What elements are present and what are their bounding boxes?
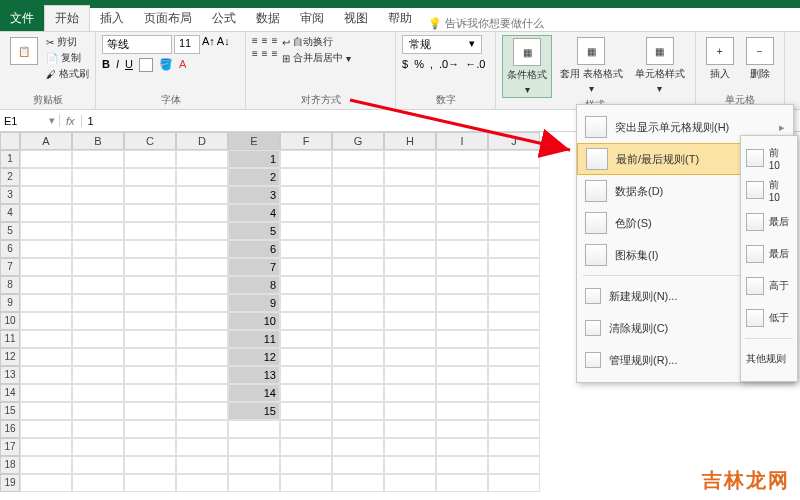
cell[interactable]: [176, 312, 228, 330]
cell[interactable]: [332, 258, 384, 276]
cell[interactable]: [20, 366, 72, 384]
cell[interactable]: [176, 438, 228, 456]
col-header[interactable]: H: [384, 132, 436, 150]
row-header[interactable]: 15: [0, 402, 20, 420]
cell[interactable]: [436, 402, 488, 420]
cell[interactable]: [124, 402, 176, 420]
cell[interactable]: [20, 150, 72, 168]
row-header[interactable]: 12: [0, 348, 20, 366]
cell[interactable]: [124, 186, 176, 204]
cell[interactable]: [280, 150, 332, 168]
cell[interactable]: [280, 258, 332, 276]
dec-decimal-icon[interactable]: ←.0: [465, 58, 485, 70]
cell[interactable]: [72, 366, 124, 384]
cell[interactable]: [20, 186, 72, 204]
cell[interactable]: [176, 456, 228, 474]
cell[interactable]: [124, 240, 176, 258]
cell[interactable]: [332, 366, 384, 384]
row-header[interactable]: 8: [0, 276, 20, 294]
conditional-format-button[interactable]: ▦条件格式▾: [502, 35, 552, 98]
cell[interactable]: [72, 294, 124, 312]
col-header[interactable]: J: [488, 132, 540, 150]
cell[interactable]: [124, 276, 176, 294]
cell[interactable]: [384, 168, 436, 186]
cell[interactable]: [72, 258, 124, 276]
cell[interactable]: [124, 384, 176, 402]
cell[interactable]: [20, 240, 72, 258]
col-header[interactable]: F: [280, 132, 332, 150]
cell[interactable]: [332, 168, 384, 186]
cell[interactable]: [488, 150, 540, 168]
cell[interactable]: [228, 420, 280, 438]
cell[interactable]: [280, 474, 332, 492]
cell[interactable]: [436, 312, 488, 330]
cell[interactable]: [176, 402, 228, 420]
row-header[interactable]: 10: [0, 312, 20, 330]
cell[interactable]: [488, 402, 540, 420]
cell[interactable]: 2: [228, 168, 280, 186]
percent-icon[interactable]: %: [414, 58, 424, 70]
currency-icon[interactable]: $: [402, 58, 408, 70]
cell[interactable]: [124, 330, 176, 348]
italic-button[interactable]: I: [116, 58, 119, 72]
cell[interactable]: [20, 294, 72, 312]
submenu-above-avg[interactable]: 高于: [741, 270, 797, 302]
cell[interactable]: [72, 402, 124, 420]
cell[interactable]: 7: [228, 258, 280, 276]
align-mid-icon[interactable]: ≡: [262, 35, 268, 46]
cell[interactable]: [280, 294, 332, 312]
cell[interactable]: [488, 276, 540, 294]
border-icon[interactable]: [139, 58, 153, 72]
cell[interactable]: [124, 348, 176, 366]
cell[interactable]: [124, 204, 176, 222]
cell[interactable]: [436, 204, 488, 222]
cell[interactable]: [384, 438, 436, 456]
col-header[interactable]: I: [436, 132, 488, 150]
cell[interactable]: [124, 366, 176, 384]
cell[interactable]: [72, 312, 124, 330]
tab-insert[interactable]: 插入: [90, 6, 134, 31]
cell[interactable]: [124, 150, 176, 168]
delete-cells-button[interactable]: −删除: [742, 35, 778, 83]
number-format-select[interactable]: 常规▾: [402, 35, 482, 54]
row-header[interactable]: 17: [0, 438, 20, 456]
bold-button[interactable]: B: [102, 58, 110, 72]
cell[interactable]: [72, 456, 124, 474]
cell[interactable]: [488, 348, 540, 366]
cell-styles-button[interactable]: ▦单元格样式▾: [631, 35, 689, 96]
cell[interactable]: [488, 222, 540, 240]
cell[interactable]: 10: [228, 312, 280, 330]
cell[interactable]: [384, 204, 436, 222]
cell[interactable]: [384, 240, 436, 258]
row-header[interactable]: 13: [0, 366, 20, 384]
tab-view[interactable]: 视图: [334, 6, 378, 31]
cell[interactable]: [176, 276, 228, 294]
cell[interactable]: 14: [228, 384, 280, 402]
cell[interactable]: [72, 474, 124, 492]
row-header[interactable]: 11: [0, 330, 20, 348]
cell[interactable]: [72, 186, 124, 204]
row-header[interactable]: 1: [0, 150, 20, 168]
col-header[interactable]: E: [228, 132, 280, 150]
cell[interactable]: [280, 366, 332, 384]
cell[interactable]: [332, 348, 384, 366]
cell[interactable]: [436, 474, 488, 492]
cell[interactable]: [72, 240, 124, 258]
tab-review[interactable]: 审阅: [290, 6, 334, 31]
cell[interactable]: [384, 474, 436, 492]
cell[interactable]: [488, 384, 540, 402]
format-as-table-button[interactable]: ▦套用 表格格式▾: [556, 35, 627, 96]
cell[interactable]: [72, 276, 124, 294]
cell[interactable]: [176, 240, 228, 258]
cell[interactable]: [176, 366, 228, 384]
font-color-icon[interactable]: A: [179, 58, 186, 72]
cell[interactable]: [332, 204, 384, 222]
cell[interactable]: [124, 312, 176, 330]
cell[interactable]: [384, 384, 436, 402]
cell[interactable]: 6: [228, 240, 280, 258]
cell[interactable]: [488, 240, 540, 258]
decrease-font-icon[interactable]: A↓: [217, 35, 230, 54]
cell[interactable]: [124, 456, 176, 474]
underline-button[interactable]: U: [125, 58, 133, 72]
cell[interactable]: [72, 204, 124, 222]
